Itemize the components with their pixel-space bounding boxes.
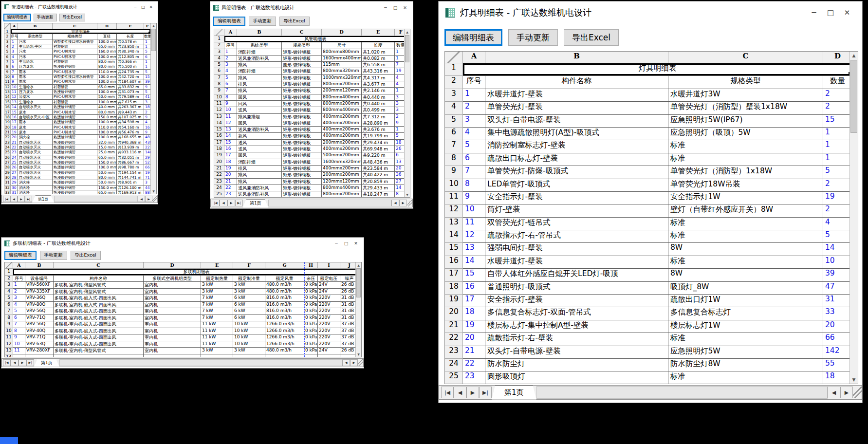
cell[interactable]: VRV-56Q [25, 308, 54, 315]
cell[interactable]: 400mmx200mm [322, 127, 362, 133]
cell[interactable]: 142 [823, 346, 850, 359]
cell[interactable]: 55 [823, 359, 850, 371]
cell[interactable]: 1266.0 m3/h [265, 328, 304, 335]
cell[interactable]: 2 [224, 56, 237, 62]
cell[interactable]: 水暖井道灯3W [668, 89, 823, 102]
cell[interactable]: 1 [144, 64, 150, 69]
row-number[interactable]: 2 [445, 76, 463, 89]
cell[interactable]: 19 [463, 320, 485, 333]
cell[interactable]: 单管荧光灯-壁装 [485, 102, 668, 114]
cell[interactable]: 矩形-镀锌钢板 [282, 49, 322, 56]
row-number[interactable]: 11 [5, 334, 13, 341]
cell[interactable]: 送风兼消防补风 [237, 127, 282, 133]
cell[interactable]: 80.0 mm [97, 110, 117, 115]
next-page-button[interactable]: ▶ [466, 387, 479, 398]
cell[interactable] [265, 354, 304, 358]
cell[interactable]: 自动喷水灭火-中区 [18, 115, 53, 120]
cell[interactable]: 多联机-室内机-嵌入式-四面出风 [54, 328, 144, 335]
cell[interactable]: 26 [11, 165, 18, 170]
cell[interactable]: 壁灯（自带红外感应开关）8W [668, 204, 823, 217]
row-number[interactable]: 1 [445, 63, 463, 76]
cell[interactable]: 6 kW [233, 315, 265, 322]
header-cell[interactable]: 长度 [117, 34, 144, 39]
cell[interactable]: 480.0 m3/h [265, 348, 304, 354]
cell[interactable]: 7 [463, 166, 485, 179]
cell[interactable]: 雨水 [18, 79, 53, 84]
scroll-right-icon[interactable]: ▶ [840, 387, 853, 398]
maximize-button[interactable]: □ [341, 241, 351, 246]
cell[interactable]: 疏散出口灯1W [668, 295, 823, 307]
row-number[interactable]: 8 [214, 81, 224, 88]
cell[interactable]: 热浸镀锌钢管 [53, 140, 97, 145]
cell[interactable]: 65.0 mm [97, 155, 117, 160]
cell[interactable]: 10 [11, 85, 18, 90]
cell[interactable]: 自动喷水灭火 [18, 170, 53, 175]
cell[interactable]: 160.0 mm [97, 49, 117, 54]
cell[interactable]: 共0.366 m [117, 59, 144, 64]
sheet-title-cell[interactable]: 管道明细表 [11, 29, 150, 34]
close-button[interactable]: ✕ [147, 5, 155, 9]
cell[interactable]: 37 dB [340, 341, 355, 348]
cell[interactable]: 共31.073 m [117, 90, 144, 94]
first-page-button[interactable]: |◀ [3, 196, 10, 202]
cell[interactable]: PVC-U排水管 [53, 49, 97, 54]
cell[interactable]: 双头灯-自带电源-壁装 [485, 115, 668, 128]
scroll-left-icon[interactable]: ◀ [138, 196, 145, 202]
column-letter-A[interactable]: A [13, 262, 25, 269]
horizontal-scrollbar[interactable] [536, 386, 828, 399]
edit-schedule-button[interactable]: 编辑明细表 [213, 17, 245, 26]
cell[interactable]: 3 kW [201, 282, 233, 289]
cell[interactable]: 新风 [237, 133, 282, 139]
cell[interactable]: 11 [463, 218, 485, 230]
scroll-up-icon[interactable]: ▲ [405, 29, 410, 35]
header-cell[interactable]: 额定电压 [318, 276, 340, 282]
cell[interactable]: 0 kPa [304, 341, 318, 348]
cell[interactable]: 共13.939 m [117, 145, 144, 150]
cell[interactable]: 污水 [18, 49, 53, 54]
cell[interactable] [304, 354, 318, 358]
cell[interactable]: 回风 [237, 152, 282, 159]
edit-schedule-button[interactable]: 编辑明细表 [3, 14, 31, 21]
next-page-button[interactable]: ▶ [227, 200, 235, 206]
cell[interactable]: 室内机 [144, 308, 201, 315]
cell[interactable]: 共0.440 m [362, 101, 395, 107]
cell[interactable]: 4 [144, 120, 150, 125]
row-number[interactable]: 13 [445, 218, 463, 230]
cell[interactable]: 室内机 [144, 302, 201, 309]
row-number[interactable]: 10 [4, 74, 11, 79]
cell[interactable]: 22 [11, 145, 18, 150]
row-number[interactable]: 6 [4, 55, 11, 59]
cell[interactable]: 5 [11, 59, 18, 64]
cell[interactable]: 23 [11, 150, 18, 155]
cell[interactable]: 1 [823, 128, 850, 140]
cell[interactable]: 自动喷水灭火 [18, 160, 53, 165]
cell[interactable]: 送风兼消防补风 [237, 185, 282, 191]
cell[interactable]: 矩形-镀锌钢板 [282, 179, 322, 185]
cell[interactable]: 共19.799 m [362, 133, 395, 139]
column-letter-D[interactable]: D [144, 262, 201, 269]
header-cell[interactable]: 长度 [362, 42, 395, 49]
last-page-button[interactable]: ▶| [235, 200, 243, 206]
cell[interactable]: 8W [668, 269, 823, 281]
cell[interactable]: 6 [224, 81, 237, 88]
row-number[interactable]: 2 [4, 34, 11, 39]
cell[interactable]: 13 [11, 100, 18, 105]
cell[interactable]: 自动喷水灭火 [18, 165, 53, 170]
cell[interactable]: 816.0 m3/h [265, 308, 304, 315]
cell[interactable]: 11 [11, 90, 18, 94]
header-cell[interactable]: 序号 [224, 42, 237, 49]
cell[interactable]: 6 [13, 315, 25, 322]
cell[interactable]: 0 kPa [304, 334, 318, 341]
cell[interactable]: 1600mmx320mm [322, 159, 362, 166]
row-number[interactable]: 5 [4, 49, 11, 54]
row-number[interactable]: 4 [5, 289, 13, 296]
cell[interactable]: 标准 [668, 218, 823, 230]
export-excel-button[interactable]: 导出Excel [279, 17, 310, 26]
row-number[interactable]: 25 [214, 191, 224, 198]
cell[interactable]: 废水 [18, 110, 53, 115]
cell[interactable]: 废水 [18, 130, 53, 135]
edit-schedule-button[interactable]: 编辑明细表 [444, 29, 502, 46]
cell[interactable]: 共79.589 m [117, 94, 144, 99]
cell[interactable]: 10 [13, 341, 25, 348]
cell[interactable]: 44 [144, 185, 150, 190]
